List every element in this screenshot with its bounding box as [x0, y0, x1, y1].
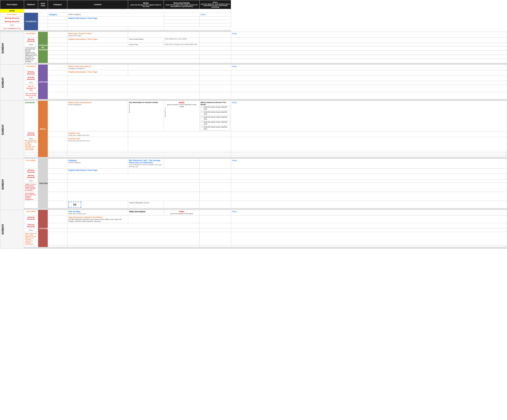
insta-notes-right-6 [231, 92, 507, 99]
twitter-row-1: SUNDAY Post Status TWITTER Category Sele… [0, 159, 507, 169]
email-notes-right-3 [231, 137, 507, 151]
tw-platform-cell: TWITTER [38, 159, 48, 208]
audience-cb-2: □ [201, 111, 203, 116]
twitter-row-7: 55 Tweet Character Count [0, 201, 507, 208]
insta-missing2-cell: Missing Elements [24, 76, 38, 81]
email-subject-placeholder: Enter your subject line here [68, 134, 127, 136]
gmb-content-5 [67, 50, 200, 55]
tw-notes-right-4 [231, 179, 507, 183]
main-content-table: Post Status Platform Post Time Category … [0, 0, 507, 249]
yt-retouched-1 [200, 210, 231, 215]
gmb-missing1: Missing Elements [25, 38, 37, 42]
gmb-what-type: What type of post is this? [68, 33, 127, 35]
tw-count-cell: 55 [67, 201, 128, 208]
fb-category-5 [48, 27, 67, 30]
gmb-cta-value: Select GMB Call to Action Button [164, 37, 200, 43]
audience-cb-5: □ [201, 126, 203, 130]
yt-missing2-cell: Missing Elements [24, 223, 38, 228]
tw-char-sub: Your Character Count is updated once you… [129, 164, 163, 168]
gmb-platform-label: GOOGLE MY BUSINESS [39, 44, 47, 51]
fb-media-4 [164, 23, 200, 27]
day-label-text-5: SUNDAY [1, 224, 4, 235]
insta-row-5: Use 10+ Hashtags Per Post [0, 85, 507, 92]
gmb-notes-right-5 [231, 50, 507, 55]
email-notes-right-2 [231, 131, 507, 137]
email-time-6 [48, 154, 67, 156]
fb-post-status: Post Status [1, 14, 23, 15]
gmb-cta-select: Select GMB Call to Action Button [165, 38, 198, 40]
insta-row-3: Missing Elements [0, 76, 507, 81]
gmb-notes-text-cell: Use keywords in each post. The first 100… [24, 46, 38, 63]
email-platform-label: EMAIL [39, 128, 47, 130]
audience-cb-1: □ [201, 106, 203, 111]
audience-row-2: □ Enter the name of your email list here [201, 111, 230, 116]
yt-missing1-cell: Missing Elements [24, 215, 38, 223]
header-post-status: Post Status [0, 0, 24, 9]
audience-val-1: Enter the name of your email list here [203, 106, 230, 111]
yt-retouched-2 [200, 215, 231, 223]
tw-char-cell: 280 Character Limit - The Average Tweet … [128, 159, 164, 169]
insta-platform-cell: INSTAGRAM [38, 65, 48, 99]
gmb-content-6 [67, 55, 200, 59]
yt-notes-cell: Notes [24, 228, 38, 232]
tw-time-4 [48, 179, 67, 183]
yt-time-5 [48, 232, 67, 246]
gmb-notes-right-7 [231, 59, 507, 63]
yt-notes-text: Share videos on your social channels & l… [25, 233, 37, 245]
insta-platform-label: INSTAGRAM [39, 81, 47, 83]
email-time-3 [48, 137, 67, 151]
fb-time-1 [38, 13, 48, 16]
tw-notes-text1-cell: Tweet 15+ times per day (add Twitter sec… [24, 183, 38, 192]
insta-what-about: What is this post about? [68, 65, 127, 67]
email-content-5 [67, 153, 231, 154]
yt-time-4 [48, 228, 67, 232]
tw-media-7 [164, 201, 200, 208]
email-item-5: 5 [129, 111, 163, 113]
insta-time-4 [48, 81, 67, 85]
fb-category-title: Category [49, 14, 66, 16]
insta-missing2: Missing Elements [25, 76, 37, 80]
yt-desc-label: Video Description [129, 211, 163, 213]
fb-category-3 [48, 20, 67, 23]
email-preview-label: Preview Text [68, 138, 127, 140]
yt-platform-cell: YOUTUBE [38, 210, 48, 247]
gmb-time-2 [48, 37, 67, 43]
fb-post-status-cell: Post Status [0, 13, 24, 16]
fb-time-5 [38, 27, 48, 30]
tw-platform-label: TWITTER [39, 182, 47, 185]
yt-divider [0, 247, 507, 249]
tw-media-1 [164, 159, 200, 169]
gmb-notes-right-6 [231, 55, 507, 59]
insta-categories: Instagram Categories [68, 67, 127, 69]
gmb-retouched-6 [200, 55, 231, 59]
yt-content-4 [67, 228, 200, 232]
email-key-info: Key Information to Include in Email [129, 101, 163, 103]
email-media-cell: Media (enter the path for each media fil… [164, 101, 200, 131]
email-content-6 [67, 154, 231, 156]
insta-content-4 [67, 81, 200, 85]
yt-retouched-6 [200, 246, 231, 247]
gmb-helpful-2 [67, 43, 128, 46]
gmb-link-value: Paste URL for Google Call to Action Butt… [164, 43, 200, 46]
gmb-retouched-4 [200, 46, 231, 50]
email-content-3 [128, 137, 231, 151]
fb-media-3 [164, 20, 200, 23]
gmb-time-1 [48, 32, 67, 37]
tw-content-6 [67, 192, 200, 201]
gmb-notes-right-2 [231, 37, 507, 43]
tw-time-3 [48, 174, 67, 179]
email-empty-6 [24, 154, 38, 156]
tw-notes-text2: Use hashtags, GIFs, video, and images to… [25, 192, 37, 200]
audience-cb-4: □ [201, 121, 203, 126]
email-preview-placeholder: Enter your preview text here [68, 140, 127, 142]
insta-notes-right-5 [231, 85, 507, 92]
fb-retouched-1 [164, 13, 200, 16]
day-label-sunday-2: SUNDAY [0, 65, 24, 101]
email-row-1: SUNDAY Scheduled EMAIL What is this emai… [0, 101, 507, 131]
insta-post-status: Post Status [25, 65, 37, 67]
tw-notes-cell: Notes [24, 179, 38, 183]
yt-row-5: Share videos on your social channels & l… [0, 232, 507, 246]
yt-tags-text: Use SEO keywords relevant to your video … [68, 218, 127, 222]
yt-tags-cell: Tags (keywords related to the video) Use… [67, 215, 128, 223]
gmb-retouched-7 [200, 59, 231, 63]
